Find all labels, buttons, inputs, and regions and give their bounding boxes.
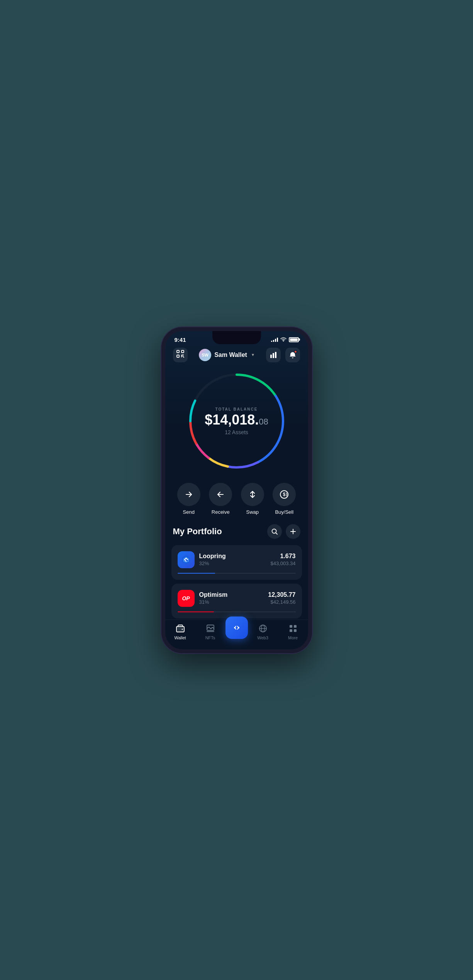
balance-amount: $14,018.08	[198, 413, 275, 426]
asset-card-optimism[interactable]: OP Optimism 31% 12,305.77 $42,149.56	[171, 584, 302, 618]
search-icon	[271, 528, 278, 535]
svg-rect-3	[177, 355, 179, 357]
svg-rect-37	[290, 625, 292, 628]
avatar: SW	[199, 349, 211, 361]
svg-rect-39	[290, 629, 292, 632]
nav-item-nfts[interactable]: NFTs	[195, 623, 225, 640]
notification-button[interactable]	[285, 348, 300, 362]
svg-rect-40	[294, 629, 297, 632]
asset-card-loopring[interactable]: Loopring 32% 1.673 $43,003.34	[171, 545, 302, 580]
svg-rect-28	[176, 627, 184, 632]
swap-label: Swap	[246, 509, 259, 515]
wallet-icon	[175, 623, 186, 634]
chart-icon	[270, 352, 277, 358]
portfolio-search-button[interactable]	[267, 524, 282, 539]
signal-icon	[271, 337, 278, 342]
portfolio-section: My Portfolio	[165, 524, 308, 618]
bottom-nav: Wallet NFTs	[165, 620, 308, 649]
status-icons	[271, 336, 299, 343]
status-time: 9:41	[175, 336, 186, 343]
balance-assets-count: 12 Assets	[198, 429, 275, 435]
nfts-nav-label: NFTs	[205, 635, 215, 640]
more-icon	[288, 623, 298, 634]
scan-button[interactable]	[173, 348, 188, 362]
buysell-label: Buy/Sell	[275, 509, 293, 515]
optimism-usd: $42,149.56	[268, 599, 295, 605]
swap-center-button[interactable]	[225, 617, 248, 639]
screen: 9:41	[165, 331, 308, 649]
nav-item-swap-center[interactable]	[225, 624, 248, 639]
svg-rect-8	[273, 353, 274, 358]
svg-rect-1	[177, 350, 179, 353]
svg-rect-2	[181, 350, 184, 353]
web3-icon	[258, 623, 268, 634]
optimism-progress-bar	[178, 611, 296, 612]
portfolio-add-button[interactable]	[286, 524, 300, 539]
more-nav-label: More	[288, 635, 298, 640]
loopring-usd: $43,003.34	[270, 560, 295, 566]
balance-circle: TOTAL BALANCE $14,018.08 12 Assets	[186, 371, 287, 471]
swap-action[interactable]: Swap	[241, 483, 264, 515]
loopring-progress-bar	[178, 573, 296, 574]
svg-text:$: $	[283, 492, 286, 497]
optimism-pct: 31%	[199, 599, 264, 605]
action-buttons: Send Receive	[165, 479, 308, 524]
svg-point-29	[181, 628, 183, 630]
header-right	[266, 348, 300, 362]
portfolio-action-buttons	[267, 524, 300, 539]
loopring-logo	[178, 551, 195, 568]
optimism-name: Optimism	[199, 591, 264, 598]
loopring-name: Loopring	[199, 553, 266, 560]
svg-marker-27	[182, 555, 190, 564]
receive-label: Receive	[212, 509, 230, 515]
send-action[interactable]: Send	[177, 483, 200, 515]
svg-rect-38	[294, 625, 297, 628]
receive-button[interactable]	[209, 483, 232, 506]
nfts-icon	[205, 623, 216, 634]
optimism-logo: OP	[178, 590, 195, 607]
buysell-action[interactable]: $ Buy/Sell	[273, 483, 296, 515]
svg-line-6	[183, 356, 184, 357]
swap-center-icon	[231, 622, 242, 633]
nav-item-wallet[interactable]: Wallet	[165, 623, 195, 640]
phone-frame: 9:41	[161, 327, 312, 653]
svg-point-0	[283, 341, 284, 341]
svg-line-24	[276, 533, 277, 534]
wallet-name: Sam Wallet	[214, 352, 247, 358]
chevron-down-icon: ▼	[251, 353, 255, 357]
nav-item-more[interactable]: More	[278, 623, 308, 640]
notch	[212, 331, 261, 344]
send-button[interactable]	[177, 483, 200, 506]
add-icon	[290, 528, 296, 535]
header: SW Sam Wallet ▼	[165, 346, 308, 367]
web3-nav-label: Web3	[257, 635, 268, 640]
send-label: Send	[183, 509, 195, 515]
wifi-icon	[280, 336, 287, 343]
portfolio-title: My Portfolio	[173, 527, 222, 537]
optimism-amount: 12,305.77	[268, 591, 295, 598]
balance-label: TOTAL BALANCE	[198, 407, 275, 411]
scan-icon	[176, 350, 184, 360]
balance-section: TOTAL BALANCE $14,018.08 12 Assets	[165, 367, 308, 479]
portfolio-header: My Portfolio	[171, 524, 302, 539]
loopring-pct: 32%	[199, 560, 266, 566]
svg-rect-7	[270, 355, 272, 358]
buysell-button[interactable]: $	[273, 483, 296, 506]
svg-rect-9	[275, 352, 276, 358]
nav-item-web3[interactable]: Web3	[248, 623, 278, 640]
receive-action[interactable]: Receive	[209, 483, 232, 515]
wallet-nav-label: Wallet	[174, 635, 186, 640]
balance-display: TOTAL BALANCE $14,018.08 12 Assets	[198, 407, 275, 435]
loopring-amount: 1.673	[270, 553, 295, 560]
swap-button[interactable]	[241, 483, 264, 506]
wallet-selector[interactable]: SW Sam Wallet ▼	[199, 349, 255, 361]
notification-badge	[294, 350, 297, 353]
chart-button[interactable]	[266, 348, 281, 362]
battery-icon	[289, 337, 299, 342]
